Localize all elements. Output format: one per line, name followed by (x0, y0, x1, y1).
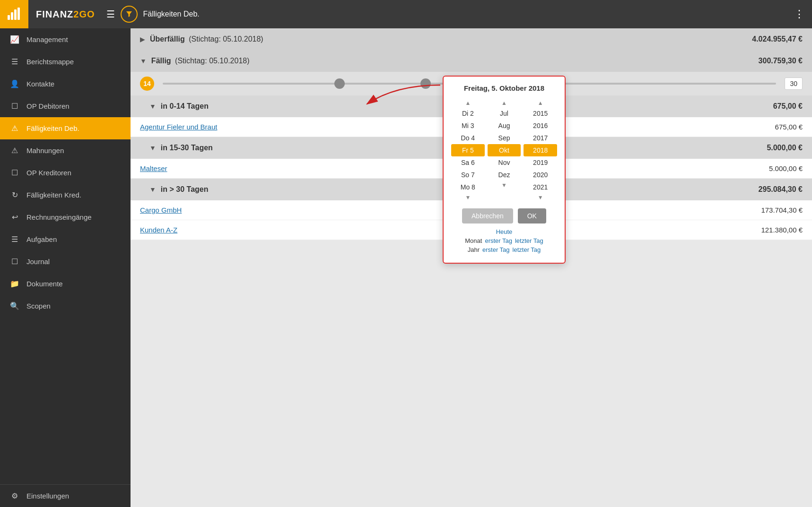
row-label-cargo[interactable]: Cargo GmbH (140, 206, 182, 214)
jahr-last-link[interactable]: letzter Tag (513, 246, 541, 253)
year-item-selected[interactable]: 2018 (524, 144, 557, 156)
sidebar-item-rechnungseingaenge[interactable]: ↩ Rechnungseingänge (0, 206, 131, 228)
more-options-icon[interactable]: ⋮ (794, 8, 804, 20)
month-item[interactable]: Jul (488, 107, 521, 120)
calendar-overlay: Freitag, 5. Oktober 2018 ▲ Di 2 Mi 3 Do … (443, 76, 566, 264)
topbar: FINANZ2GO ☰ Fälligkeiten Deb. ⋮ (0, 0, 812, 28)
monat-row: Monat erster Tag letzter Tag (451, 237, 557, 244)
year-item[interactable]: 2015 (524, 107, 557, 120)
section-0-14-amount: 675,00 € (773, 102, 803, 111)
calendar-shortcuts: Heute Monat erster Tag letzter Tag Jahr … (451, 228, 557, 253)
day-up-arrow[interactable]: ▲ (464, 99, 471, 107)
day-item[interactable]: Mo 8 (451, 181, 485, 193)
day-picker: ▲ Di 2 Mi 3 Do 4 Fr 5 Sa 6 So 7 Mo 8 ▼ (451, 99, 485, 202)
monat-first-link[interactable]: erster Tag (485, 237, 512, 244)
month-item[interactable]: Sep (488, 132, 521, 144)
year-item[interactable]: 2016 (524, 120, 557, 132)
tasks-icon: ☰ (9, 235, 20, 244)
list-icon: ☰ (9, 57, 20, 66)
chevron-down3-icon: ▼ (149, 144, 156, 152)
year-item[interactable]: 2021 (524, 181, 557, 193)
sidebar-label-kontakte: Kontakte (26, 80, 54, 88)
section-30-plus-amount: 295.084,30 € (759, 185, 803, 194)
svg-rect-0 (8, 15, 10, 20)
sidebar-label-op-kreditoren: OP Kreditoren (26, 169, 71, 177)
refresh-icon: ↻ (9, 190, 20, 199)
day-down-arrow[interactable]: ▼ (464, 193, 471, 202)
year-item[interactable]: 2020 (524, 169, 557, 181)
monat-last-link[interactable]: letzter Tag (515, 237, 543, 244)
sidebar-label-mahnungen: Mahnungen (26, 146, 64, 155)
day-item[interactable]: Di 2 (451, 107, 485, 120)
journal-icon: ☐ (9, 257, 20, 266)
year-item[interactable]: 2017 (524, 132, 557, 144)
month-down-arrow[interactable]: ▼ (500, 181, 508, 189)
cancel-button[interactable]: Abbrechen (462, 208, 513, 223)
sidebar-item-berichtsmappe[interactable]: ☰ Berichtsmappe (0, 51, 131, 73)
day-item-selected[interactable]: Fr 5 (451, 144, 485, 156)
sidebar-item-aufgaben[interactable]: ☰ Aufgaben (0, 228, 131, 250)
warning-icon: ⚠ (9, 124, 20, 133)
main-content: ▶ Überfällig (Stichtag: 05.10.2018) 4.02… (131, 28, 812, 507)
month-item[interactable]: Dez (488, 169, 521, 181)
ok-button[interactable]: OK (518, 208, 546, 223)
month-item-selected[interactable]: Okt (488, 144, 521, 156)
sidebar-item-mahnungen[interactable]: ⚠ Mahnungen (0, 139, 131, 162)
row-amount-cargo: 173.704,30 € (761, 206, 803, 214)
logo (0, 0, 28, 28)
section-faellig-amount: 300.759,30 € (759, 57, 803, 65)
jahr-row: Jahr erster Tag letzter Tag (451, 246, 557, 253)
sidebar-item-einstellungen[interactable]: ⚙ Einstellungen (0, 485, 131, 507)
row-amount-agentur: 675,00 € (775, 123, 803, 131)
month-item[interactable]: Aug (488, 120, 521, 132)
slider-thumb-right[interactable] (420, 78, 431, 89)
menu-icon[interactable]: ☰ (106, 9, 115, 20)
filter-icon[interactable] (121, 6, 138, 23)
calendar-buttons: Abbrechen OK (451, 208, 557, 223)
chevron-down4-icon: ▼ (149, 186, 156, 193)
sidebar-item-faelligkeiten-kred[interactable]: ↻ Fälligkeiten Kred. (0, 184, 131, 206)
sidebar-label-scopen: Scopen (26, 302, 51, 310)
sidebar-item-op-kreditoren[interactable]: ☐ OP Kreditoren (0, 162, 131, 184)
day-item[interactable]: Mi 3 (451, 120, 485, 132)
day-item[interactable]: Do 4 (451, 132, 485, 144)
row-label-kunden[interactable]: Kunden A-Z (140, 226, 177, 234)
section-ueberfaellig-label: Überfällig (Stichtag: 05.10.2018) (150, 35, 263, 43)
svg-rect-2 (14, 9, 17, 20)
sidebar-item-kontakte[interactable]: 👤 Kontakte (0, 73, 131, 95)
year-up-arrow[interactable]: ▲ (537, 99, 544, 107)
sidebar-label-dokumente: Dokumente (26, 280, 63, 288)
row-label-malteser[interactable]: Malteser (140, 164, 167, 172)
today-link[interactable]: Heute (496, 228, 513, 235)
month-up-arrow[interactable]: ▲ (500, 99, 508, 107)
row-label-agentur[interactable]: Agentur Fieler und Braut (140, 123, 217, 131)
warning2-icon: ⚠ (9, 146, 20, 155)
jahr-first-link[interactable]: erster Tag (482, 246, 510, 253)
section-0-14-label: in 0-14 Tagen (161, 102, 209, 111)
section-ueberfaellig-header[interactable]: ▶ Überfällig (Stichtag: 05.10.2018) 4.02… (131, 28, 812, 50)
row-amount-kunden: 121.380,00 € (761, 226, 803, 234)
sidebar: 📈 Management ☰ Berichtsmappe 👤 Kontakte … (0, 28, 131, 507)
sidebar-item-scopen[interactable]: 🔍 Scopen (0, 295, 131, 317)
sidebar-item-management[interactable]: 📈 Management (0, 28, 131, 51)
sidebar-item-op-debitoren[interactable]: ☐ OP Debitoren (0, 95, 131, 117)
year-item[interactable]: 2019 (524, 156, 557, 169)
row-amount-malteser: 5.000,00 € (769, 164, 803, 172)
section-faellig-header[interactable]: ▼ Fällig (Stichtag: 05.10.2018) 300.759,… (131, 50, 812, 72)
month-item[interactable]: Nov (488, 156, 521, 169)
person-icon: 👤 (9, 79, 20, 88)
day-item[interactable]: So 7 (451, 169, 485, 181)
sidebar-label-rechnungseingaenge: Rechnungseingänge (26, 213, 92, 221)
sidebar-item-dokumente[interactable]: 📁 Dokumente (0, 273, 131, 295)
slider-thumb-left[interactable] (334, 78, 345, 89)
year-down-arrow[interactable]: ▼ (537, 193, 544, 202)
day-item[interactable]: Sa 6 (451, 156, 485, 169)
sidebar-label-berichtsmappe: Berichtsmappe (26, 58, 74, 66)
sidebar-label-management: Management (26, 35, 68, 43)
sidebar-item-faelligkeiten-deb[interactable]: ⚠ Fälligkeiten Deb. (0, 117, 131, 139)
svg-rect-3 (17, 8, 20, 20)
filter-end-badge: 30 (785, 77, 803, 90)
sidebar-item-journal[interactable]: ☐ Journal (0, 250, 131, 273)
calendar-popup: Freitag, 5. Oktober 2018 ▲ Di 2 Mi 3 Do … (443, 76, 566, 264)
sidebar-label-aufgaben: Aufgaben (26, 235, 57, 243)
